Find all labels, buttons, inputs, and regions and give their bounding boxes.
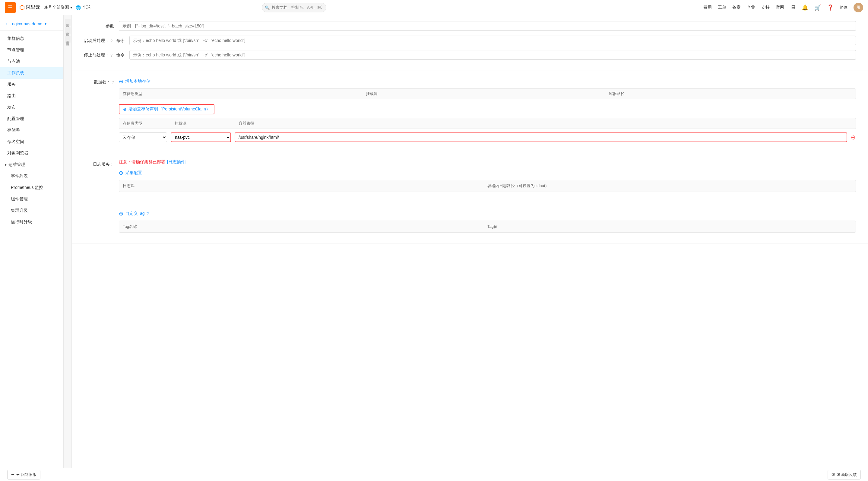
sidebar-subitem-cluster-upgrade[interactable]: 集群升级	[0, 205, 63, 216]
collect-plus-icon: ⊕	[119, 170, 123, 176]
back-arrow-icon[interactable]: ←	[5, 21, 10, 27]
vertical-tabs: 容器配置 高级配置 调度设置	[63, 15, 72, 481]
new-feedback-btn[interactable]: ✉ ✉ 新版反馈	[828, 470, 861, 480]
remove-pvc-btn[interactable]: ⊖	[851, 134, 856, 141]
menu-button[interactable]: ☰	[5, 2, 16, 13]
stop-handler-help-icon[interactable]: ?	[111, 53, 113, 58]
data-volume-content: ⊕ 增加本地存储 存储卷类型 挂载源 容器路径 ⊕ 增加云存储声明（Persis…	[119, 77, 856, 142]
custom-tag-help-icon[interactable]: ?	[147, 211, 149, 216]
log-table-header: 日志库 容器内日志路径（可设置为stdout）	[119, 180, 856, 192]
sidebar-item-service[interactable]: 服务	[0, 79, 63, 90]
nav-item-official[interactable]: 官网	[776, 5, 784, 10]
log-service-section: 日志服务： 注意：请确保集群已部署 [日志插件] ⊕ 采集配置	[72, 153, 868, 203]
mount-source-select[interactable]: nas-pvc	[171, 132, 231, 142]
sidebar-item-object-browser[interactable]: 对象浏览器	[0, 148, 63, 159]
main-content: 参数 启动后处理： ? 命令 停止前处理：	[72, 15, 868, 481]
sidebar-item-node-mgmt[interactable]: 节点管理	[0, 44, 63, 56]
vert-tab-advanced[interactable]: 高级配置	[65, 27, 70, 34]
param-row: 参数	[84, 21, 856, 31]
hamburger-icon: ☰	[8, 4, 13, 11]
sidebar-item-release[interactable]: 发布	[0, 102, 63, 113]
logo-text: 阿里云	[26, 4, 40, 10]
container-path-input[interactable]	[235, 132, 847, 142]
logo-icon: ⬡	[19, 4, 25, 11]
start-handler-help-icon[interactable]: ?	[111, 39, 113, 43]
sidebar-subitem-events[interactable]: 事件列表	[0, 171, 63, 182]
data-volume-section: 数据卷： ? ⊕ 增加本地存储 存储卷类型 挂载源 容器路径	[72, 71, 868, 153]
sidebar-subitem-runtime-upgrade[interactable]: 运行时升级	[0, 216, 63, 228]
avatar[interactable]: 用	[854, 3, 863, 12]
account-menu[interactable]: 账号全部资源	[44, 5, 72, 10]
param-input[interactable]	[119, 21, 856, 31]
sidebar-header: ← nginx-nas-demo ▾	[0, 18, 63, 30]
stop-handler-content	[129, 50, 856, 60]
back-icon: ⬅	[11, 472, 14, 477]
nav-item-support[interactable]: 支持	[761, 5, 770, 10]
sidebar-item-node-pool[interactable]: 节点池	[0, 56, 63, 67]
sidebar-subitem-components[interactable]: 组件管理	[0, 193, 63, 205]
sidebar-item-workload[interactable]: 工作负载	[0, 67, 63, 79]
log-service-label: 日志服务：	[84, 159, 114, 167]
sidebar-group-ops[interactable]: ▾ 运维管理	[0, 159, 63, 171]
nav-item-ticket[interactable]: 工单	[718, 5, 726, 10]
top-navigation: ☰ ⬡ 阿里云 账号全部资源 🌐 全球 费用 工单 备案 企业 支持 官网 🖥 …	[0, 0, 868, 15]
tag-name-header: Tag名称	[123, 224, 487, 229]
log-plugin-link[interactable]: [日志插件]	[167, 159, 186, 165]
nav-item-fees[interactable]: 费用	[703, 5, 712, 10]
pvc-mount-source-header: 挂载源	[175, 121, 235, 126]
data-volume-row: 数据卷： ? ⊕ 增加本地存储 存储卷类型 挂载源 容器路径	[84, 77, 856, 142]
sidebar-item-storage[interactable]: 存储卷	[0, 125, 63, 136]
vert-tab-scheduling[interactable]: 调度设置	[65, 36, 70, 43]
sidebar-subitem-prometheus[interactable]: Prometheus 监控	[0, 182, 63, 193]
help-icon[interactable]: ❓	[827, 4, 834, 11]
tag-value-header: Tag值	[487, 224, 852, 229]
stop-command-input[interactable]	[129, 50, 856, 60]
local-container-path-header: 容器路径	[609, 91, 852, 96]
globe-icon: 🌐	[76, 5, 81, 10]
vert-tab-container[interactable]: 容器配置	[65, 19, 70, 26]
local-mount-source-header: 挂载源	[366, 91, 609, 96]
start-command-input[interactable]	[129, 36, 856, 45]
log-lib-header: 日志库	[123, 183, 487, 189]
page-footer: ⬅ ⬅ 回到旧版 ✉ ✉ 新版反馈	[0, 468, 868, 481]
local-storage-type-header: 存储卷类型	[123, 91, 366, 96]
storage-type-select[interactable]: 云存储	[119, 132, 167, 142]
tag-table-header: Tag名称 Tag值	[119, 220, 856, 233]
monitor-icon[interactable]: 🖥	[790, 4, 796, 10]
plus-circle-icon: ⊕	[119, 78, 123, 85]
nav-right: 费用 工单 备案 企业 支持 官网 🖥 🔔 🛒 ❓ 简体 用	[703, 3, 863, 12]
mail-icon: ✉	[832, 472, 835, 477]
local-storage-table-header: 存储卷类型 挂载源 容器路径	[119, 88, 856, 99]
tag-plus-icon: ⊕	[119, 210, 123, 217]
nav-item-enterprise[interactable]: 企业	[747, 5, 755, 10]
bell-icon[interactable]: 🔔	[802, 4, 808, 11]
add-local-storage-btn[interactable]: ⊕ 增加本地存储	[119, 77, 151, 86]
start-handler-content	[129, 36, 856, 45]
main-layout: ← nginx-nas-demo ▾ 集群信息 节点管理 节点池 工作负载 服务…	[0, 15, 868, 481]
stop-handler-row: 停止前处理： ? 命令	[84, 50, 856, 60]
sidebar-item-config-mgmt[interactable]: 配置管理	[0, 113, 63, 125]
data-volume-help-icon[interactable]: ?	[112, 80, 114, 85]
param-content	[119, 21, 856, 31]
add-custom-tag-btn[interactable]: ⊕ 自定义Tag ?	[119, 209, 149, 218]
custom-tag-label	[84, 209, 114, 212]
cluster-dropdown-icon[interactable]: ▾	[44, 22, 46, 26]
nav-item-record[interactable]: 备案	[732, 5, 741, 10]
add-collect-btn[interactable]: ⊕ 采集配置	[119, 169, 142, 177]
global-menu[interactable]: 🌐 全球	[76, 5, 91, 10]
sidebar-item-cluster-info[interactable]: 集群信息	[0, 33, 63, 44]
param-section: 参数 启动后处理： ? 命令 停止前处理：	[72, 15, 868, 71]
sidebar-item-namespace[interactable]: 命名空间	[0, 136, 63, 148]
search-wrapper	[262, 3, 364, 12]
custom-tag-content: ⊕ 自定义Tag ? Tag名称 Tag值	[119, 209, 856, 233]
cart-icon[interactable]: 🛒	[814, 4, 821, 11]
add-pvc-btn[interactable]: ⊕ 增加云存储声明（PersistentVolumeClaim）	[119, 104, 214, 114]
lang-label[interactable]: 简体	[840, 5, 847, 10]
param-label: 参数	[84, 21, 114, 29]
pvc-table-headers: 存储卷类型 挂载源 容器路径	[119, 118, 856, 129]
cluster-name[interactable]: nginx-nas-demo	[12, 22, 42, 26]
logo[interactable]: ⬡ 阿里云	[19, 4, 40, 11]
search-input[interactable]	[262, 3, 326, 12]
sidebar-item-route[interactable]: 路由	[0, 90, 63, 102]
back-to-old-btn[interactable]: ⬅ ⬅ 回到旧版	[7, 470, 40, 480]
